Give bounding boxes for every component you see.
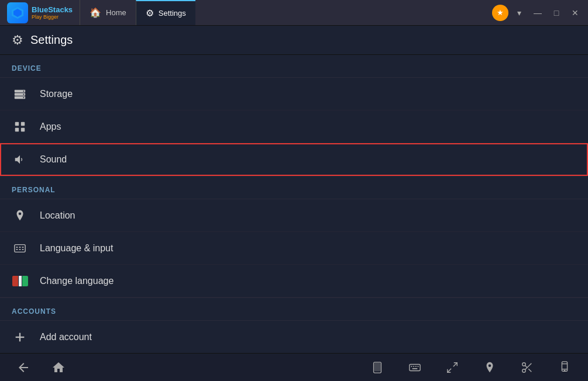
svg-point-5 (23, 91, 25, 92)
home-button[interactable] (41, 354, 76, 382)
add-account-icon (12, 329, 28, 345)
menu-item-change-language[interactable]: Change language (0, 265, 588, 297)
svg-line-31 (453, 362, 457, 366)
star-button[interactable]: ★ (492, 5, 508, 21)
keyboard-icon[interactable] (397, 354, 432, 382)
scissors-icon[interactable] (510, 354, 545, 382)
svg-rect-17 (22, 247, 24, 248)
phone-icon[interactable] (360, 354, 395, 382)
add-account-label: Add account (40, 332, 92, 342)
bottom-left-controls (0, 354, 76, 382)
tab-settings[interactable]: ⚙ Settings (136, 0, 195, 25)
menu-item-location[interactable]: Location (0, 199, 588, 232)
menu-item-storage[interactable]: Storage (0, 78, 588, 110)
svg-rect-9 (21, 122, 25, 125)
svg-rect-19 (19, 248, 21, 250)
bottom-bar (0, 353, 588, 381)
section-personal: PERSONAL (0, 176, 588, 199)
menu-item-add-account[interactable]: Add account (0, 321, 588, 353)
signal-icon: ▾ (511, 5, 527, 21)
svg-rect-28 (415, 366, 417, 367)
gear-tab-icon: ⚙ (146, 8, 154, 19)
bluestacks-title: BlueStacks Play Bigger (32, 5, 73, 20)
svg-rect-25 (410, 364, 420, 370)
svg-rect-30 (412, 368, 417, 369)
svg-rect-8 (15, 122, 19, 125)
settings-gear-icon: ⚙ (12, 33, 23, 48)
tab-home[interactable]: 🏠 Home (80, 0, 136, 25)
tab-settings-label: Settings (159, 9, 186, 18)
apps-icon (12, 119, 28, 135)
svg-rect-20 (22, 248, 24, 250)
home-icon: 🏠 (90, 7, 101, 18)
svg-rect-14 (15, 244, 25, 252)
change-language-icon (12, 273, 28, 289)
svg-rect-11 (21, 127, 25, 131)
language-input-label: Language & input (40, 243, 113, 254)
svg-line-32 (448, 368, 451, 372)
mobile-icon[interactable] (547, 354, 582, 382)
svg-point-42 (564, 370, 565, 371)
title-bar: BlueStacks Play Bigger 🏠 Home ⚙ Settings… (0, 0, 588, 26)
location-bottom-icon[interactable] (472, 354, 507, 382)
svg-point-35 (522, 369, 526, 372)
restore-button[interactable]: □ (548, 5, 565, 21)
svg-rect-18 (16, 248, 18, 250)
svg-rect-27 (413, 366, 414, 367)
sound-icon (12, 151, 28, 168)
settings-header: ⚙ Settings (0, 26, 588, 55)
sound-label: Sound (40, 154, 67, 165)
menu-item-sound[interactable]: Sound (0, 143, 588, 176)
storage-label: Storage (40, 89, 73, 99)
main-content: DEVICE Storage Apps (0, 55, 588, 353)
bluestacks-logo-icon (7, 2, 28, 23)
tab-home-label: Home (106, 8, 126, 17)
storage-icon (12, 86, 28, 102)
svg-rect-16 (19, 247, 21, 248)
bottom-right-controls (360, 354, 588, 382)
settings-title: Settings (30, 33, 73, 47)
apps-label: Apps (40, 122, 61, 132)
brand-tagline: Play Bigger (32, 14, 73, 20)
section-accounts: ACCOUNTS (0, 297, 588, 320)
window-controls: ★ ▾ — □ ✕ (492, 5, 588, 21)
back-button[interactable] (6, 354, 41, 382)
svg-line-37 (528, 369, 531, 372)
svg-point-34 (522, 362, 526, 366)
svg-point-6 (23, 93, 25, 95)
menu-item-language-input[interactable]: Language & input (0, 232, 588, 265)
section-device: DEVICE (0, 55, 588, 77)
svg-point-13 (19, 212, 22, 215)
minimize-button[interactable]: — (529, 5, 546, 21)
location-label: Location (40, 210, 75, 221)
svg-line-38 (525, 365, 527, 368)
svg-point-33 (489, 364, 491, 367)
svg-marker-12 (15, 155, 20, 164)
close-button[interactable]: ✕ (567, 5, 583, 21)
svg-rect-29 (418, 366, 419, 367)
svg-rect-15 (16, 247, 18, 248)
svg-rect-26 (411, 366, 412, 367)
svg-point-7 (23, 97, 25, 98)
svg-rect-24 (374, 363, 380, 370)
app-logo: BlueStacks Play Bigger (0, 0, 80, 25)
menu-item-apps[interactable]: Apps (0, 110, 588, 143)
language-input-icon (12, 240, 28, 257)
expand-icon[interactable] (435, 354, 470, 382)
brand-name: BlueStacks (32, 5, 73, 14)
location-icon (12, 207, 28, 224)
change-language-label: Change language (40, 276, 114, 286)
svg-rect-10 (15, 127, 19, 131)
